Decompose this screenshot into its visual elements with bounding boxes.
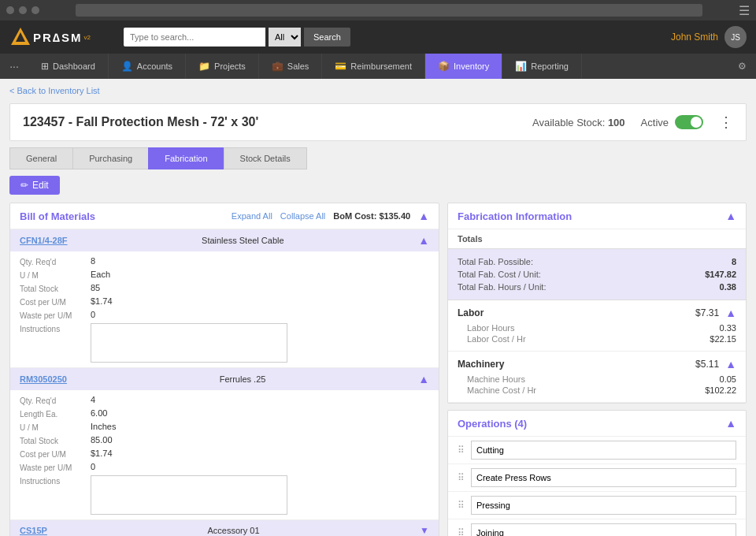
bom-item-rm-details: Qty. Req'd 4 Length Ea. 6.00 U / M Inche… [10, 390, 439, 519]
operations-header: Operations (4) ▲ [448, 411, 746, 437]
fab-labor-header: Labor $7.31 ▲ [458, 307, 736, 319]
fab-machinery-header: Machinery $5.11 ▲ [458, 358, 736, 370]
tab-stock-details[interactable]: Stock Details [224, 147, 307, 169]
fab-machinery-value: $5.11 [695, 359, 719, 370]
fab-labor-hours-value: 0.33 [720, 323, 736, 333]
bom-item-cs15p-toggle[interactable]: ▼ [420, 525, 429, 536]
search-button[interactable]: Search [304, 28, 350, 47]
address-bar[interactable] [76, 4, 702, 17]
bom-item-cfn-header: CFN1/4-28F Stainless Steel Cable ▲ [10, 229, 439, 251]
bom-item-cs15p-link[interactable]: CS15P [20, 526, 47, 535]
bom-header: Bill of Materials Expand All Collapse Al… [10, 203, 439, 229]
operations-collapse[interactable]: ▲ [725, 417, 736, 430]
instructions-2-input[interactable] [91, 475, 287, 515]
status-toggle[interactable] [675, 115, 703, 129]
browser-refresh[interactable] [32, 6, 39, 14]
detail-cost-um: Cost per U/M $1.74 [20, 295, 429, 308]
search-area: All Search [124, 28, 350, 47]
nav-label-projects: Projects [214, 61, 246, 71]
op-drag-cutting[interactable]: ⠿ [458, 445, 465, 456]
nav-label-reimbursement: Reimbursement [350, 61, 412, 71]
op-input-joining[interactable] [471, 523, 736, 536]
op-input-press-rows[interactable] [471, 468, 736, 487]
bom-item-rm-toggle[interactable]: ▲ [418, 373, 429, 385]
collapse-all-link[interactable]: Collapse All [280, 211, 325, 221]
bom-controls: Expand All Collapse All BoM Cost: $135.4… [232, 210, 429, 222]
instructions-1-label: Instructions [20, 323, 91, 333]
bom-item-rm-header: RM3050250 Ferrules .25 ▲ [10, 368, 439, 390]
fab-labor-toggle[interactable]: ▲ [725, 307, 736, 319]
sidebar-item-accounts[interactable]: 👤 Accounts [109, 54, 186, 79]
fab-machine-hours: Machine Hours 0.05 [458, 374, 736, 385]
bom-item-rm-link[interactable]: RM3050250 [20, 374, 67, 384]
bom-item-cfn: CFN1/4-28F Stainless Steel Cable ▲ Qty. … [10, 229, 439, 368]
fab-labor-hours: Labor Hours 0.33 [458, 322, 736, 333]
toggle-knob [691, 117, 702, 128]
qty-req-rm-label: Qty. Req'd [20, 395, 91, 405]
bom-item-cfn-link[interactable]: CFN1/4-28F [20, 236, 68, 245]
total-stock-value: 85 [91, 283, 100, 292]
browser-back[interactable] [6, 6, 14, 14]
total-stock-label: Total Stock [20, 283, 91, 293]
main-content: Back to Inventory List 123457 - Fall Pro… [0, 79, 756, 536]
item-title: 123457 - Fall Protection Mesh - 72' x 30… [23, 115, 532, 129]
edit-button[interactable]: ✏ Edit [9, 176, 60, 195]
fab-total-possible-label: Total Fab. Possible: [458, 257, 533, 266]
fab-total-possible-value: 8 [732, 257, 736, 266]
bom-item-cfn-details: Qty. Req'd 8 U / M Each Total Stock 85 [10, 251, 439, 367]
instructions-1-input[interactable] [91, 323, 287, 363]
reimbursement-icon: 💳 [335, 61, 346, 72]
settings-button[interactable]: ⚙ [728, 54, 756, 79]
op-drag-pressing[interactable]: ⠿ [458, 500, 465, 511]
fab-info-title: Fabrication Information [458, 210, 572, 222]
fab-total-hours: Total Fab. Hours / Unit: 0.38 [458, 281, 736, 293]
op-drag-press-rows[interactable]: ⠿ [458, 472, 465, 483]
status-area: Active [641, 115, 703, 129]
sidebar-item-reporting[interactable]: 📊 Reporting [502, 54, 582, 79]
cost-um-label: Cost per U/M [20, 296, 91, 307]
bom-item-cfn-name: Stainless Steel Cable [202, 236, 284, 245]
browser-forward[interactable] [19, 6, 27, 14]
fab-labor-cost-hr-label: Labor Cost / Hr [458, 334, 526, 344]
tab-general[interactable]: General [9, 147, 72, 169]
op-item-pressing: ⠿ [448, 492, 746, 519]
bom-item-rm: RM3050250 Ferrules .25 ▲ Qty. Req'd 4 Le… [10, 368, 439, 520]
more-options-button[interactable]: ⋮ [719, 114, 733, 131]
logo-super: v2 [84, 34, 91, 41]
fab-total-hours-label: Total Fab. Hours / Unit: [458, 282, 547, 292]
sidebar-item-reimbursement[interactable]: 💳 Reimbursement [322, 54, 425, 79]
op-input-pressing[interactable] [471, 496, 736, 515]
bom-item-cfn-toggle[interactable]: ▲ [418, 234, 429, 247]
detail-um: U / M Each [20, 268, 429, 281]
length-rm-label: Length Ea. [20, 408, 91, 419]
nav-label-reporting: Reporting [531, 61, 569, 71]
sidebar-item-sales[interactable]: 💼 Sales [259, 54, 323, 79]
sidebar-item-inventory[interactable]: 📦 Inventory [425, 54, 502, 79]
total-stock-rm-value: 85.00 [91, 435, 113, 445]
nav-label-dashboard: Dashboard [53, 61, 95, 71]
bom-collapse-icon[interactable]: ▲ [418, 210, 429, 222]
tab-fabrication[interactable]: Fabrication [148, 147, 223, 169]
fab-machinery-section: Machinery $5.11 ▲ Machine Hours 0.05 Mac… [448, 352, 746, 403]
detail-instructions-2: Instructions [20, 474, 429, 516]
fab-totals: Total Fab. Possible: 8 Total Fab. Cost /… [448, 249, 746, 300]
back-link[interactable]: Back to Inventory List [9, 86, 100, 95]
sidebar-item-dashboard[interactable]: ⊞ Dashboard [28, 54, 109, 79]
bom-item-cs15p-name: Accessory 01 [207, 526, 259, 535]
app-header: PR∆SM v2 All Search John Smith JS [0, 20, 756, 54]
search-select[interactable]: All [269, 28, 301, 47]
fab-info-collapse[interactable]: ▲ [725, 210, 736, 222]
item-header: 123457 - Fall Protection Mesh - 72' x 30… [9, 103, 747, 141]
search-input[interactable] [124, 28, 265, 47]
sidebar-item-projects[interactable]: 📁 Projects [186, 54, 259, 79]
op-input-cutting[interactable] [471, 441, 736, 460]
browser-menu[interactable]: ☰ [739, 3, 750, 18]
tab-purchasing[interactable]: Purchasing [72, 147, 148, 169]
fab-info-section: Fabrication Information ▲ Totals Total F… [447, 203, 747, 536]
expand-all-link[interactable]: Expand All [232, 211, 272, 221]
logo: PR∆SM v2 [9, 26, 91, 48]
fab-machinery-toggle[interactable]: ▲ [725, 358, 736, 370]
nav-more-button[interactable]: ··· [0, 54, 28, 79]
op-drag-joining[interactable]: ⠿ [458, 527, 465, 536]
bom-item-rm-name: Ferrules .25 [220, 374, 266, 384]
